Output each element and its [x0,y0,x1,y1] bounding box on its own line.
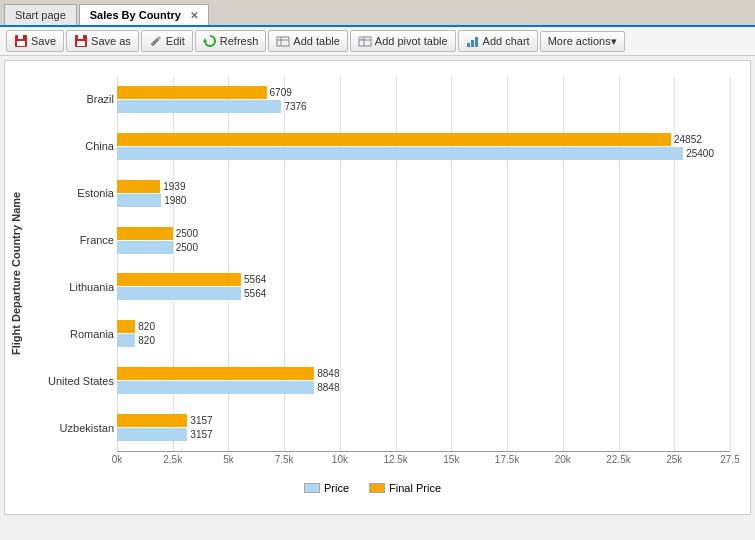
country-label: France [30,234,114,246]
country-label: Romania [30,328,114,340]
country-row: China2485225400 [117,123,730,170]
bars-container: 2485225400 [117,130,730,163]
x-tick-label: 17.5k [495,454,519,465]
bar-finalprice [117,367,314,380]
bar-finalprice-label: 3157 [190,415,212,426]
svg-rect-2 [18,35,23,39]
toolbar: Save Save as Edit Refresh Add table [0,27,755,56]
bar-price [117,381,314,394]
bars-container: 55645564 [117,270,730,303]
addtable-button[interactable]: Add table [268,30,347,52]
bar-finalprice-label: 5564 [244,274,266,285]
bar-price-label: 2500 [176,242,198,253]
country-label: Brazil [30,93,114,105]
legend-finalprice-label: Final Price [389,482,441,494]
tab-sales-by-country[interactable]: Sales By Country ✕ [79,4,209,25]
addpivot-icon [358,34,372,48]
bar-row-price: 3157 [117,428,730,441]
bar-finalprice-label: 2500 [176,228,198,239]
tab-label: Sales By Country [90,9,181,21]
bar-price [117,334,135,347]
bar-price [117,428,187,441]
svg-rect-1 [17,41,25,46]
x-tick-label: 20k [555,454,571,465]
bars-container: 25002500 [117,224,730,257]
tab-label: Start page [15,9,66,21]
save-icon [14,34,28,48]
saveas-icon [74,34,88,48]
bar-finalprice [117,273,241,286]
bar-finalprice [117,414,187,427]
addpivot-button[interactable]: Add pivot table [350,30,456,52]
svg-rect-4 [77,41,85,46]
country-row: Brazil67097376 [117,76,730,123]
saveas-label: Save as [91,35,131,47]
country-label: Uzbekistan [30,422,114,434]
edit-icon [149,34,163,48]
refresh-button[interactable]: Refresh [195,30,267,52]
svg-rect-14 [467,43,470,47]
x-tick-label: 5k [223,454,234,465]
bar-row-price: 7376 [117,100,730,113]
country-row: United States88488848 [117,357,730,404]
bar-row-price: 8848 [117,381,730,394]
bar-price-label: 25400 [686,148,714,159]
addchart-icon [466,34,480,48]
legend-finalprice-box [369,483,385,493]
bar-row-price: 2500 [117,241,730,254]
legend-price-box [304,483,320,493]
x-tick-label: 10k [332,454,348,465]
bar-row-price: 25400 [117,147,730,160]
bar-price [117,241,173,254]
bar-price-label: 5564 [244,288,266,299]
country-row: Estonia19391980 [117,170,730,217]
x-axis-line [117,451,730,452]
x-tick-label: 12.5k [383,454,407,465]
bar-row-finalprice: 6709 [117,86,730,99]
bar-price-label: 3157 [190,429,212,440]
tab-close-icon[interactable]: ✕ [190,10,198,21]
saveas-button[interactable]: Save as [66,30,139,52]
bar-row-finalprice: 3157 [117,414,730,427]
bar-price-label: 7376 [284,101,306,112]
addpivot-label: Add pivot table [375,35,448,47]
bar-price [117,147,683,160]
bar-finalprice [117,86,267,99]
x-tick-label: 22.5k [606,454,630,465]
save-button[interactable]: Save [6,30,64,52]
bar-finalprice-label: 6709 [270,87,292,98]
moreactions-label: More actions▾ [548,35,617,48]
bar-price-label: 8848 [317,382,339,393]
bars-container: 31573157 [117,411,730,444]
country-label: China [30,140,114,152]
edit-button[interactable]: Edit [141,30,193,52]
moreactions-button[interactable]: More actions▾ [540,31,625,52]
bars-container: 67097376 [117,83,730,116]
x-tick-label: 25k [666,454,682,465]
country-row: France25002500 [117,217,730,264]
chart-area: Flight Departure Country Name Brazil6709… [4,60,751,515]
bar-row-finalprice: 5564 [117,273,730,286]
bar-row-price: 5564 [117,287,730,300]
edit-label: Edit [166,35,185,47]
refresh-label: Refresh [220,35,259,47]
legend-price: Price [304,482,349,494]
country-label: Estonia [30,187,114,199]
save-label: Save [31,35,56,47]
addtable-label: Add table [293,35,339,47]
bar-finalprice [117,180,160,193]
tab-start-page[interactable]: Start page [4,4,77,25]
country-row: Romania820820 [117,310,730,357]
x-tick-label: 15k [443,454,459,465]
chart-legend: Price Final Price [5,478,740,498]
svg-marker-6 [203,38,207,42]
x-tick-label: 27.5 [720,454,739,465]
addchart-button[interactable]: Add chart [458,30,538,52]
bar-row-finalprice: 8848 [117,367,730,380]
x-tick-label: 2.5k [163,454,182,465]
legend-price-label: Price [324,482,349,494]
bar-row-finalprice: 24852 [117,133,730,146]
bar-finalprice [117,133,671,146]
bars-container: 19391980 [117,177,730,210]
svg-rect-7 [277,37,289,46]
